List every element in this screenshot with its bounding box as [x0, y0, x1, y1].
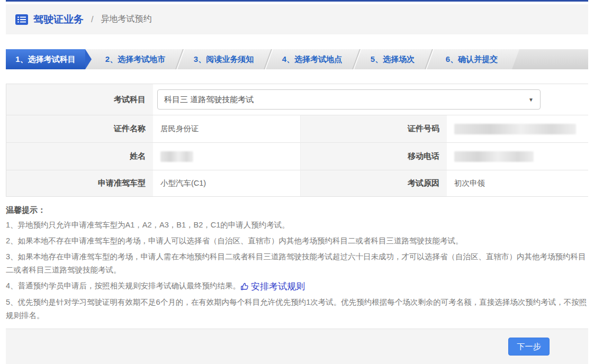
- step-tab-label: 2、选择考试地市: [105, 54, 165, 65]
- step-tab-3-read-notice[interactable]: 3、阅读业务须知: [180, 49, 267, 69]
- exam-reason-label: 考试原因: [300, 170, 447, 196]
- step-tab-5-session[interactable]: 5、选择场次: [357, 49, 428, 69]
- page-header: 驾驶证业务 / 异地考试预约: [6, 4, 588, 34]
- name-label: 姓名: [6, 142, 153, 170]
- tip-item-3: 3、如果本地存在申请准驾车型的考场，申请人需在本地预约科目二或者科目三道路驾驶技…: [6, 250, 588, 277]
- id-number-label: 证件号码: [300, 115, 447, 142]
- applicant-info-table: 考试科目 科目三 道路驾驶技能考试 ▼ 证件名称 居民身份证 证件号码 姓名 移…: [6, 84, 588, 197]
- step-tab-label: 6、确认并提交: [446, 54, 498, 65]
- chevron-down-icon: ▼: [528, 97, 534, 103]
- phone-value: [447, 142, 588, 170]
- vehicle-type-value: 小型汽车(C1): [153, 170, 300, 196]
- step-tab-6-confirm-submit[interactable]: 6、确认并提交: [429, 49, 514, 69]
- redacted-id-number: [454, 124, 576, 134]
- exam-subject-cell: 科目三 道路驾驶技能考试 ▼: [153, 84, 588, 115]
- id-type-label: 证件名称: [6, 115, 153, 142]
- exam-subject-select[interactable]: 科目三 道路驾驶技能考试 ▼: [157, 89, 541, 110]
- tip-item-2: 2、如果本地不存在申请准驾车型的考场，申请人可以选择省（自治区、直辖市）内其他考…: [6, 234, 588, 248]
- id-number-value: [447, 115, 588, 142]
- exam-rules-link[interactable]: 安排考试规则: [240, 280, 305, 293]
- name-value: [153, 142, 300, 170]
- next-step-button[interactable]: 下一步: [508, 338, 550, 356]
- active-step-arrow: [85, 49, 92, 69]
- top-accent-line: [6, 0, 588, 2]
- breadcrumb-current-page: 异地考试预约: [101, 14, 151, 25]
- step-tab-4-exam-site[interactable]: 4、选择考试地点: [268, 49, 356, 69]
- step-tab-label: 5、选择场次: [371, 54, 415, 65]
- drivers-license-menu-icon: [15, 14, 28, 25]
- tip-item-1: 1、异地预约只允许申请准驾车型为A1，A2，A3，B1，B2，C1的申请人预约考…: [6, 219, 588, 232]
- step-tab-label: 1、选择考试科目: [15, 54, 75, 65]
- thumb-up-icon: [240, 282, 249, 291]
- tips-section: 温馨提示： 1、异地预约只允许申请准驾车型为A1，A2，A3，B1，B2，C1的…: [6, 204, 588, 322]
- step-tab-2-exam-city[interactable]: 2、选择考试地市: [92, 49, 179, 69]
- exam-subject-selected-value: 科目三 道路驾驶技能考试: [164, 95, 254, 105]
- tip-item-4: 4、普通预约学员申请后，按照相关规则安排考试确认最终预约结果。安排考试规则: [6, 279, 588, 293]
- tips-title: 温馨提示：: [6, 204, 588, 216]
- redacted-phone: [454, 151, 534, 162]
- step-tab-label: 3、阅读业务须知: [194, 54, 254, 65]
- breadcrumb-separator: /: [91, 15, 93, 24]
- step-tab-label: 4、选择考试地点: [282, 54, 342, 65]
- breadcrumb-root-drivers-license[interactable]: 驾驶证业务: [33, 13, 84, 26]
- phone-label: 移动电话: [300, 142, 447, 170]
- step-tab-1-exam-subject[interactable]: 1、选择考试科目: [6, 49, 85, 69]
- step-progress-bar: 1、选择考试科目 2、选择考试地市 3、阅读业务须知 4、选择考试地点 5、选择…: [6, 49, 588, 69]
- footer-action-bar: 下一步: [6, 329, 588, 364]
- exam-reason-value: 初次申领: [447, 170, 588, 196]
- exam-subject-label: 考试科目: [6, 84, 153, 115]
- redacted-name: [160, 151, 193, 162]
- exam-rules-link-label: 安排考试规则: [251, 280, 305, 293]
- step-bar-end-cap: [512, 49, 588, 69]
- tip-item-4-text: 4、普通预约学员申请后，按照相关规则安排考试确认最终预约结果。: [6, 281, 240, 290]
- tip-item-5: 5、优先预约是针对学习驾驶证明有效期不足6个月的，在有效期内每个科目允许优先预约…: [6, 296, 588, 322]
- id-type-value: 居民身份证: [153, 115, 300, 142]
- vehicle-type-label: 申请准驾车型: [6, 170, 153, 196]
